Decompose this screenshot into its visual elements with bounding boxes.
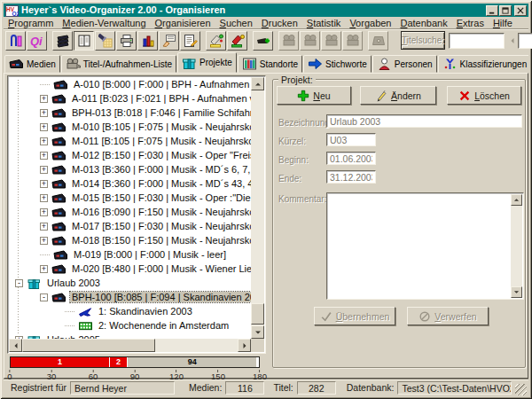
- toolbar-assistent-1-button[interactable]: [206, 31, 226, 51]
- minimize-button[interactable]: [486, 5, 498, 16]
- toolbar-aufnahme-3-button: [321, 31, 341, 51]
- toolbar-neues-medium-button[interactable]: [253, 31, 273, 51]
- tab-page-projekte: A-010 [B:000 | F:000 | BPH - Aufnahmen v…: [4, 73, 528, 379]
- toolbar-vorgaben-button[interactable]: [159, 31, 179, 51]
- menu-drucken[interactable]: Drucken: [257, 18, 302, 28]
- app-logo-icon: HVO2: [5, 4, 19, 16]
- menu-programm[interactable]: Programm: [4, 18, 58, 28]
- tree-item[interactable]: M-019 [B:000 | F:000 | Musik - leer]: [10, 247, 251, 262]
- title-bar[interactable]: HVO2 Heyer`s Video-Organizer 2.00 - Orga…: [4, 4, 528, 17]
- expand-box[interactable]: +: [40, 95, 48, 103]
- collapse-box[interactable]: -: [15, 279, 23, 287]
- title-search-input[interactable]: [449, 33, 505, 49]
- tab-projekte[interactable]: Projekte: [177, 52, 237, 73]
- tree-item[interactable]: +BPH-013 [B:018 | F:046 | Familie Schifa…: [10, 106, 251, 120]
- maximize-button[interactable]: [499, 5, 512, 16]
- tree-item[interactable]: 2: Wochenende in Amsterdam: [10, 318, 251, 332]
- tree-item[interactable]: -BPH-100 [B:085 | F:094 | Skandinavien 2…: [10, 290, 251, 304]
- expand-box[interactable]: +: [40, 194, 48, 202]
- spinner-value-input[interactable]: [518, 33, 532, 49]
- window-controls: [486, 5, 527, 16]
- delete-button[interactable]: Löschen: [447, 86, 521, 105]
- tree-item-label: M-015 [B:150 | F:030 | Musik - Oper :"Di…: [70, 192, 251, 203]
- tree-item[interactable]: +M-012 [B:150 | F:030 | Musik - Oper "Fr…: [10, 148, 251, 162]
- menu-extras[interactable]: Extras: [452, 18, 489, 28]
- tree-horizontal-scrollbar[interactable]: [9, 339, 251, 352]
- toolbar-quickinfo-button[interactable]: Qi: [27, 31, 47, 51]
- tree-item[interactable]: +M-010 [B:105 | F:075 | Musik - Neujahrs…: [10, 120, 251, 134]
- new-button-label: Neu: [313, 90, 330, 101]
- tab-titel-aufnahmen-liste[interactable]: Titel-/Aufnahmen-Liste: [61, 55, 176, 73]
- toolbar-assistent-2-button[interactable]: [227, 31, 247, 51]
- books-icon: [56, 34, 70, 48]
- menu-statistik[interactable]: Statistik: [302, 18, 346, 28]
- wizard2-icon: [231, 34, 245, 48]
- scroll-left-button[interactable]: [9, 339, 22, 352]
- toolbar-organisieren-button[interactable]: [74, 31, 94, 51]
- tree-item[interactable]: +M-020 [B:480 | F:000 | Musik - Wiener L…: [10, 262, 251, 276]
- tree-item[interactable]: +M-013 [B:360 | F:000 | Musik - MD´s 6, …: [10, 162, 251, 176]
- scroll-right-button[interactable]: [238, 339, 251, 352]
- block-icon: [419, 310, 431, 323]
- tree-item[interactable]: +M-015 [B:150 | F:030 | Musik - Oper :"D…: [10, 191, 251, 205]
- menu-hilfe[interactable]: Hilfe: [489, 18, 517, 28]
- tab-standorte[interactable]: Standorte: [238, 55, 302, 73]
- expand-box[interactable]: +: [40, 208, 48, 216]
- tree-item[interactable]: -Urlaub 2003: [10, 276, 251, 290]
- scroll-down-button[interactable]: [251, 325, 264, 339]
- expand-box[interactable]: +: [40, 237, 48, 245]
- tree-item-label: 2: Wochenende in Amsterdam: [97, 320, 231, 331]
- close-button[interactable]: [514, 5, 527, 16]
- tape-icon: [51, 207, 66, 218]
- menu-suchen[interactable]: Suchen: [215, 18, 257, 28]
- menu-organisieren[interactable]: Organisieren: [151, 18, 215, 28]
- tree-item[interactable]: +M-017 [B:150 | F:030 | Musik - Neujahrs…: [10, 219, 251, 233]
- tree-item[interactable]: +Urlaub 2005: [10, 332, 251, 339]
- toolbar-drucken-button[interactable]: [116, 31, 137, 51]
- tree-item-label: M-016 [B:090 | F:150 | Musik - Neujahrsk…: [70, 207, 251, 217]
- expand-box[interactable]: +: [40, 123, 48, 131]
- new-button[interactable]: Neu: [277, 86, 351, 105]
- tree-item[interactable]: +M-018 [B:150 | F:150 | Musik - Neujahrs…: [10, 233, 251, 247]
- left-arrow-icon: [12, 342, 20, 349]
- expand-box[interactable]: +: [40, 137, 48, 145]
- expand-box[interactable]: +: [40, 152, 48, 160]
- tree-item[interactable]: +M-011 [B:105 | F:075 | Musik - Neujahrs…: [10, 134, 251, 148]
- toolbar-statistik-button[interactable]: [137, 31, 158, 51]
- expand-box[interactable]: +: [40, 109, 48, 117]
- tree-item[interactable]: +M-014 [B:360 | F:000 | Musik - MD´s 43,…: [10, 176, 251, 191]
- tab-personen[interactable]: Personen: [372, 55, 437, 73]
- minimize-icon: [489, 7, 496, 14]
- expand-box[interactable]: +: [40, 223, 48, 231]
- expand-box[interactable]: +: [40, 265, 48, 273]
- toolbar-aufnahme-2-button: [300, 31, 320, 51]
- tree-item-label: A-011 [B:023 | F:021 | BPH - Aufnahmen v…: [70, 93, 251, 104]
- bookshelf-icon: [242, 58, 257, 70]
- tab-stichworte[interactable]: Stichworte: [303, 55, 372, 73]
- scale-tick: 120: [169, 370, 184, 381]
- vertical-scroll-thumb[interactable]: [251, 303, 264, 325]
- toolbar-exit-button[interactable]: [5, 31, 26, 51]
- expand-box[interactable]: +: [40, 166, 48, 174]
- edit-button[interactable]: Ändern: [360, 86, 436, 105]
- tree-vertical-scrollbar[interactable]: [251, 77, 264, 339]
- tab-klassifizierungen[interactable]: Klassifizierungen: [438, 55, 528, 73]
- horizontal-scroll-thumb[interactable]: [22, 339, 155, 352]
- menu-datenbank[interactable]: Datenbank: [395, 18, 451, 28]
- scroll-up-button[interactable]: [251, 77, 264, 90]
- svg-text:O2: O2: [12, 11, 20, 17]
- menu-vorgaben[interactable]: Vorgaben: [345, 18, 395, 28]
- toolbar-listen-bearbeiten-button[interactable]: [180, 31, 200, 51]
- tree-item[interactable]: A-010 [B:000 | F:000 | BPH - Aufnahmen v…: [10, 77, 251, 91]
- toolbar-medien-verwaltung-button[interactable]: [52, 31, 73, 51]
- expand-box[interactable]: +: [40, 180, 48, 188]
- project-icon: [182, 57, 197, 69]
- tree-item[interactable]: 1: Skandinavien 2003: [10, 304, 251, 318]
- menu-medien-verwaltung[interactable]: Medien-Verwaltung: [58, 18, 150, 28]
- resize-grip[interactable]: [515, 384, 527, 395]
- tab-medien[interactable]: Medien: [4, 55, 60, 73]
- tree-item[interactable]: +A-011 [B:023 | F:021 | BPH - Aufnahmen …: [10, 91, 251, 106]
- toolbar-suchen-button[interactable]: [95, 31, 115, 51]
- collapse-box[interactable]: -: [40, 293, 48, 301]
- tree-item[interactable]: +M-016 [B:090 | F:150 | Musik - Neujahrs…: [10, 205, 251, 219]
